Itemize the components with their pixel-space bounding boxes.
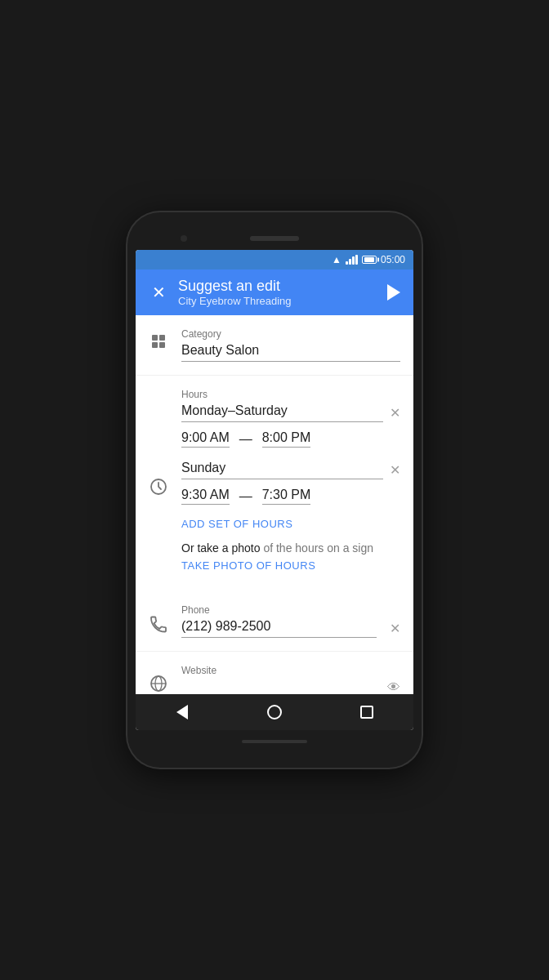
app-bar: ✕ Suggest an edit City Eyebrow Threading [136, 270, 413, 315]
phone-value[interactable]: (212) 989-2500 [181, 619, 377, 638]
status-bar: ▲ 05:00 [136, 250, 413, 270]
time-row-2: 9:30 AM — 7:30 PM [181, 488, 400, 505]
clear-phone[interactable]: ✕ [383, 621, 400, 636]
recents-button[interactable] [350, 696, 383, 728]
phone-label: Phone [181, 604, 400, 616]
phone-top [136, 227, 413, 250]
close-button[interactable]: ✕ [149, 283, 168, 302]
close-time-1[interactable]: 8:00 PM [262, 430, 311, 448]
photo-hint-rest: of the hours on a sign [261, 541, 374, 555]
open-time-2[interactable]: 9:30 AM [181, 488, 230, 505]
battery-icon [362, 256, 377, 264]
add-hours-button[interactable]: ADD SET OF HOURS [181, 518, 400, 530]
app-bar-title: Suggest an edit [178, 278, 292, 295]
time-row-1: 9:00 AM — 8:00 PM [181, 430, 400, 448]
category-value[interactable]: Beauty Salon [181, 343, 400, 362]
website-field: Website 👁 [181, 665, 400, 694]
hours-row-2: Sunday ✕ [181, 461, 400, 479]
hours-days-1[interactable]: Monday–Saturday [181, 403, 383, 422]
category-field: Category Beauty Salon [181, 328, 400, 362]
phone-bottom [136, 730, 413, 753]
hours-field: Hours Monday–Saturday ✕ 9:00 AM — 8:00 P… [181, 389, 400, 578]
open-time-1[interactable]: 9:00 AM [181, 430, 230, 448]
category-label: Category [181, 328, 400, 340]
globe-icon [149, 665, 168, 694]
phone-icon [149, 604, 168, 638]
photo-hint: Or take a photo of the hours on a sign [181, 541, 400, 555]
home-button[interactable] [258, 696, 291, 728]
hours-days-2[interactable]: Sunday [181, 461, 383, 479]
website-value[interactable] [181, 679, 381, 694]
home-bar [242, 740, 307, 743]
category-section: Category Beauty Salon [136, 315, 413, 376]
app-bar-title-group: Suggest an edit City Eyebrow Threading [178, 278, 292, 307]
nav-bar [136, 694, 413, 730]
app-bar-left: ✕ Suggest an edit City Eyebrow Threading [149, 278, 292, 307]
clear-hours-2[interactable]: ✕ [383, 462, 400, 478]
time-dash-1: — [239, 432, 252, 447]
signal-icon [346, 255, 358, 265]
clear-hours-1[interactable]: ✕ [383, 405, 400, 421]
wifi-icon: ▲ [332, 254, 341, 265]
screen: ▲ 05:00 ✕ [136, 250, 413, 730]
hours-section: Hours Monday–Saturday ✕ 9:00 AM — 8:00 P… [136, 376, 413, 591]
phone-field: Phone (212) 989-2500 ✕ [181, 604, 400, 638]
hours-label: Hours [181, 389, 400, 400]
phone-section: Phone (212) 989-2500 ✕ [136, 591, 413, 652]
photo-hint-bold: Or take a photo [181, 541, 261, 555]
send-button[interactable] [387, 284, 400, 301]
clock-icon [149, 389, 168, 578]
category-icon [149, 328, 168, 362]
phone-frame: ▲ 05:00 ✕ [127, 212, 422, 768]
time-dash-2: — [239, 489, 252, 504]
website-section: Website 👁 [136, 652, 413, 694]
speaker [250, 236, 299, 241]
front-camera [181, 235, 187, 242]
take-photo-button[interactable]: TAKE PHOTO OF HOURS [181, 559, 400, 572]
website-label: Website [181, 665, 400, 676]
app-bar-subtitle: City Eyebrow Threading [178, 295, 292, 307]
hours-row-1: Monday–Saturday ✕ [181, 403, 400, 422]
close-time-2[interactable]: 7:30 PM [262, 488, 311, 505]
back-button[interactable] [166, 696, 199, 728]
website-eye-icon: 👁 [387, 680, 400, 694]
content-area: Category Beauty Salon Hours Monday–Satu [136, 315, 413, 694]
status-time: 05:00 [381, 254, 405, 265]
status-icons: ▲ 05:00 [332, 254, 405, 265]
